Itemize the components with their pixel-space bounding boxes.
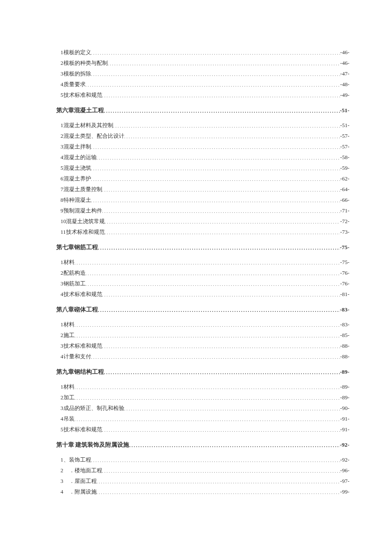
- toc-leader-dots: ........................................…: [98, 246, 340, 250]
- toc-sub-row: 1、装饰工程..................................…: [56, 457, 349, 467]
- toc-entry-page: -71-: [340, 208, 349, 213]
- toc-entry-title: 1材料: [61, 322, 75, 327]
- toc-sub-row: 2混凝土类型、配合比设计............................…: [56, 133, 349, 143]
- toc-sub-row: 3钢筋加工...................................…: [56, 281, 349, 291]
- toc-entry-title: 2施工: [61, 332, 75, 338]
- toc-entry-title: 3成品的矫正、制孔和检验: [61, 405, 124, 411]
- toc-entry-page: -96-: [340, 468, 349, 473]
- toc-entry-title: 7混凝土质量控制: [61, 186, 102, 192]
- toc-leader-dots: ........................................…: [75, 417, 340, 422]
- toc-entry-title: 3技术标准和规范: [61, 343, 102, 349]
- toc-entry-page: -64-: [340, 186, 349, 192]
- toc-sub-row: 4 ．附属设施.................................…: [56, 489, 349, 499]
- toc-sub-row: 10混凝土浇筑常规...............................…: [56, 218, 349, 229]
- toc-sub-row: 2施工.....................................…: [56, 332, 349, 343]
- toc-entry-title: 第六章混凝土工程: [56, 108, 104, 113]
- toc-sub-row: 5技术标准和规范................................…: [56, 427, 349, 437]
- toc-entry-page: -73-: [340, 229, 349, 235]
- toc-entry-page: -75-: [340, 259, 349, 265]
- toc-leader-dots: ........................................…: [104, 109, 340, 113]
- toc-entry-title: 1混凝土材料及其控制: [61, 122, 113, 128]
- toc-leader-dots: ........................................…: [86, 83, 340, 87]
- toc-entry-title: 5技术标准和规范: [61, 427, 102, 432]
- toc-leader-dots: ........................................…: [91, 51, 340, 55]
- toc-entry-title: 4 ．附属设施: [61, 489, 97, 494]
- toc-entry-title: 1模板的定义: [61, 49, 91, 55]
- toc-sub-row: 1材料.....................................…: [56, 384, 349, 394]
- toc-entry-page: -57-: [340, 144, 349, 149]
- toc-entry-title: 1、装饰工程: [61, 457, 91, 462]
- toc-entry-title: 6混凝土养护: [61, 176, 91, 181]
- toc-leader-dots: ........................................…: [97, 490, 340, 495]
- toc-leader-dots: ........................................…: [108, 61, 340, 66]
- toc-sub-row: 7混凝土质量控制................................…: [56, 186, 349, 197]
- toc-leader-dots: ........................................…: [129, 443, 340, 448]
- toc-entry-title: 第七章钢筋工程: [56, 244, 98, 250]
- toc-leader-dots: ........................................…: [102, 209, 340, 214]
- toc-sub-row: 3成品的矫正、制孔和检验............................…: [56, 405, 349, 416]
- toc-leader-dots: ........................................…: [75, 334, 340, 338]
- toc-leader-dots: ........................................…: [105, 220, 340, 224]
- toc-entry-page: -57-: [340, 133, 349, 139]
- toc-entry-title: 5混凝土浇筑: [61, 165, 91, 171]
- toc-sub-row: 1混凝土材料及其控制..............................…: [56, 122, 349, 133]
- toc-entry-page: -89-: [340, 384, 349, 389]
- toc-leader-dots: ........................................…: [124, 134, 340, 139]
- toc-leader-dots: ........................................…: [113, 124, 340, 128]
- toc-leader-dots: ........................................…: [91, 166, 340, 171]
- toc-leader-dots: ........................................…: [91, 72, 340, 77]
- toc-entry-page: -83-: [340, 322, 349, 327]
- toc-entry-page: -76-: [340, 270, 349, 276]
- toc-entry-page: -76-: [340, 281, 349, 286]
- toc-entry-page: -85-: [340, 332, 349, 338]
- toc-sub-row: 2配筋构造...................................…: [56, 270, 349, 280]
- toc-leader-dots: ........................................…: [102, 93, 340, 98]
- toc-leader-dots: ........................................…: [102, 293, 340, 297]
- toc-entry-title: 2 ．楼地面工程: [61, 468, 102, 473]
- toc-entry-title: 第八章砌体工程: [56, 307, 98, 313]
- toc-leader-dots: ........................................…: [91, 355, 340, 360]
- toc-entry-title: 2加工: [61, 395, 75, 400]
- toc-entry-title: 10混凝土浇筑常规: [61, 218, 105, 224]
- toc-entry-page: -51-: [340, 108, 350, 113]
- toc-sub-row: 3混凝土拌制..................................…: [56, 144, 349, 154]
- toc-entry-page: -58-: [340, 154, 349, 160]
- toc-entry-title: 8特种混凝土: [61, 197, 91, 203]
- toc-leader-dots: ........................................…: [102, 428, 340, 433]
- toc-entry-title: 1材料: [61, 259, 75, 265]
- toc-sub-row: 5技术标准和规范................................…: [56, 92, 349, 102]
- toc-sub-row: 4计量和支付..................................…: [56, 354, 349, 364]
- toc-entry-page: -48-: [340, 81, 349, 87]
- toc-entry-title: 3混凝土拌制: [61, 144, 91, 149]
- toc-leader-dots: ........................................…: [91, 198, 340, 203]
- toc-entry-page: -90-: [340, 405, 349, 411]
- toc-entry-page: -88-: [340, 343, 349, 349]
- toc-leader-dots: ........................................…: [86, 271, 340, 276]
- toc-entry-page: -66-: [340, 197, 349, 203]
- toc-entry-title: 3 ．屋面工程: [61, 478, 97, 484]
- toc-entry-title: 3模板的拆除: [61, 71, 91, 76]
- toc-sub-row: 11技术标准和规范...............................…: [56, 229, 349, 239]
- toc-leader-dots: ........................................…: [102, 344, 340, 349]
- table-of-contents: 1模板的定义..................................…: [56, 49, 349, 499]
- toc-sub-row: 3模板的拆除..................................…: [56, 71, 349, 81]
- toc-entry-page: -47-: [340, 71, 349, 76]
- toc-entry-title: 第九章钢结构工程: [56, 369, 104, 375]
- toc-sub-row: 8特种混凝土..................................…: [56, 197, 349, 207]
- toc-sub-row: 2加工.....................................…: [56, 395, 349, 405]
- toc-entry-page: -91-: [340, 416, 349, 421]
- toc-entry-page: -59-: [340, 165, 349, 171]
- toc-chapter-row: 第九章钢结构工程................................…: [56, 369, 349, 379]
- toc-sub-row: 3 ．屋面工程.................................…: [56, 478, 349, 488]
- toc-leader-dots: ........................................…: [102, 188, 340, 192]
- toc-entry-title: 1材料: [61, 384, 75, 389]
- toc-sub-row: 2模板的种类与配制...............................…: [56, 60, 349, 70]
- toc-leader-dots: ........................................…: [91, 177, 340, 182]
- toc-entry-page: -49-: [340, 92, 349, 98]
- toc-entry-title: 4技术标准和规范: [61, 291, 102, 297]
- toc-entry-title: 5技术标准和规范: [61, 92, 102, 98]
- toc-sub-row: 4技术标准和规范................................…: [56, 291, 349, 302]
- toc-sub-row: 6混凝土养护..................................…: [56, 176, 349, 186]
- toc-chapter-row: 第七章钢筋工程.................................…: [56, 244, 349, 255]
- toc-entry-title: 9预制混凝土构件: [61, 208, 102, 213]
